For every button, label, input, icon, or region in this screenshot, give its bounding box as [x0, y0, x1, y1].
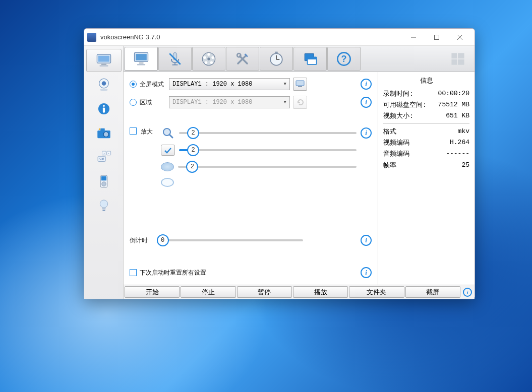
info-button[interactable]: i [361, 127, 372, 139]
app-window: vokoscreenNG 3.7.0 [84, 28, 475, 299]
svg-rect-60 [458, 59, 464, 64]
windows-overlay-icon [301, 50, 319, 68]
svg-rect-5 [98, 56, 109, 62]
slider-thumb[interactable]: 2 [187, 144, 199, 156]
ellipse-fill-icon [161, 162, 174, 171]
info-button[interactable]: i [361, 79, 372, 90]
magnify-rect-row: 2 [161, 145, 357, 156]
svg-rect-33 [137, 63, 145, 65]
info-button[interactable]: i [361, 235, 372, 246]
magnifier-icon [161, 127, 175, 139]
svg-rect-6 [101, 64, 106, 65]
sidebar-item-player[interactable] [86, 170, 122, 193]
svg-text:?: ? [341, 54, 347, 64]
svg-point-10 [100, 89, 107, 91]
stop-button[interactable]: 停止 [181, 286, 235, 298]
svg-rect-25 [101, 176, 106, 181]
sidebar-item-mouse[interactable] [86, 97, 122, 120]
keyboard-icon: y x Ctrl [95, 150, 112, 164]
sidebar-item-screen[interactable] [86, 49, 122, 72]
ipod-icon [95, 174, 112, 188]
countdown-row: 倒计时 0 i [130, 233, 372, 247]
svg-point-9 [101, 81, 106, 86]
slider-thumb[interactable]: 0 [157, 234, 169, 246]
close-button[interactable] [448, 30, 471, 45]
tab-codec[interactable] [192, 47, 225, 71]
tab-os [443, 47, 473, 71]
select-value: DISPLAY1 : 1920 x 1080 [172, 81, 252, 88]
main-area: ? [124, 46, 475, 299]
info-row: 帧率25 [383, 160, 469, 171]
folder-button[interactable]: 文件夹 [349, 286, 404, 298]
area-reset-button [293, 96, 307, 109]
sidebar-item-camera[interactable] [86, 121, 122, 145]
monitor-small-icon [295, 80, 305, 88]
rectangle-check-icon [161, 145, 175, 156]
minimize-button[interactable] [402, 30, 425, 45]
sidebar-item-webcam[interactable] [86, 73, 122, 96]
tab-timer[interactable] [260, 47, 293, 71]
magnify-block: 放大 2 [130, 127, 372, 187]
identify-display-button[interactable] [293, 78, 307, 91]
fullscreen-radio[interactable] [130, 81, 137, 88]
area-radio[interactable] [130, 99, 137, 106]
reset-checkbox[interactable] [130, 269, 137, 276]
tab-windows[interactable] [293, 47, 327, 71]
svg-rect-15 [100, 128, 105, 131]
magnify-zoom-slider[interactable]: 2 [179, 128, 357, 138]
sidebar-item-ideas[interactable] [86, 194, 122, 217]
svg-rect-51 [275, 51, 277, 53]
info-big-icon [95, 102, 112, 116]
svg-rect-13 [102, 107, 104, 112]
svg-rect-1 [435, 35, 439, 39]
slider-thumb[interactable]: 2 [187, 127, 199, 139]
magnify-ellipse-row: 2 [161, 162, 357, 172]
area-row: 区域 DISPLAY1 : 1920 x 1080 ▼ i [130, 95, 372, 109]
svg-rect-7 [99, 65, 108, 67]
countdown-slider[interactable]: 0 [157, 235, 303, 245]
info-button[interactable]: i [361, 267, 372, 278]
magnify-rect-slider[interactable]: 2 [179, 145, 357, 155]
content-area: y x Ctrl [84, 46, 475, 299]
select-value: DISPLAY1 : 1920 x 1080 [172, 99, 252, 106]
info-button[interactable]: i [361, 97, 372, 108]
fullscreen-display-select[interactable]: DISPLAY1 : 1920 x 1080 ▼ [169, 78, 290, 90]
sidebar-item-keys[interactable]: y x Ctrl [86, 146, 122, 169]
magnify-ellipse-slider[interactable]: 2 [178, 162, 357, 172]
svg-rect-54 [308, 57, 317, 59]
svg-point-12 [103, 105, 105, 107]
chevron-down-icon: ▼ [284, 100, 286, 105]
maximize-icon [434, 34, 440, 40]
start-button[interactable]: 开始 [125, 286, 180, 298]
window-title: vokoscreenNG 3.7.0 [100, 33, 402, 41]
slider-thumb[interactable]: 2 [186, 161, 198, 173]
tab-screen[interactable] [125, 47, 158, 71]
svg-point-27 [100, 200, 107, 208]
info-row: 可用磁盘空间:75512 MB [383, 99, 469, 110]
sidebar: y x Ctrl [84, 46, 124, 299]
tab-audio[interactable] [158, 47, 192, 71]
maximize-button[interactable] [425, 30, 448, 45]
svg-point-42 [210, 61, 213, 63]
play-button[interactable]: 播放 [293, 286, 348, 298]
titlebar: vokoscreenNG 3.7.0 [84, 29, 475, 46]
svg-point-26 [101, 182, 106, 186]
bottom-info-button[interactable]: i [461, 286, 474, 298]
tab-tools[interactable] [226, 47, 259, 71]
film-reel-icon [200, 50, 218, 68]
screenshot-button[interactable]: 截屏 [405, 286, 460, 298]
tab-help[interactable]: ? [327, 47, 361, 71]
svg-point-39 [207, 57, 210, 60]
svg-rect-59 [451, 59, 457, 64]
reset-row: 下次启动时重置所有设置 i [130, 266, 372, 280]
chevron-down-icon: ▼ [284, 82, 286, 87]
info-row: 录制时间:00:00:20 [383, 88, 469, 99]
svg-point-17 [98, 128, 100, 130]
svg-rect-32 [139, 62, 144, 63]
svg-point-41 [211, 56, 214, 58]
fullscreen-label: 全屏模式 [140, 80, 166, 89]
bottom-bar: 开始 停止 暂停 播放 文件夹 截屏 i [124, 285, 475, 299]
magnify-checkbox[interactable] [130, 127, 137, 135]
pause-button[interactable]: 暂停 [237, 286, 292, 298]
window-controls [402, 30, 471, 45]
